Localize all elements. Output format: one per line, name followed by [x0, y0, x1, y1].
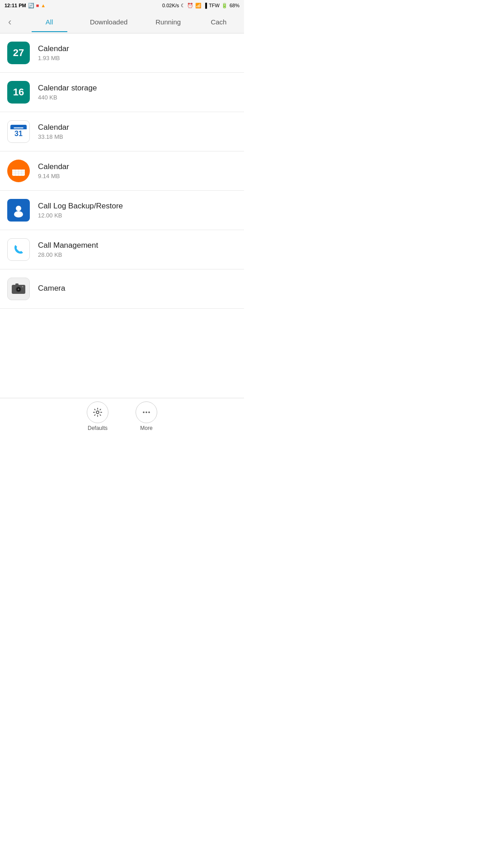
app-info: Call Management 28.00 KB — [38, 241, 237, 258]
more-icon-circle — [136, 401, 157, 423]
svg-point-21 — [148, 411, 150, 413]
status-left: 12:11 PM 🔄 ■ ▲ — [5, 3, 46, 9]
app-name: Call Log Backup/Restore — [38, 202, 237, 211]
game-icon2: ▲ — [41, 3, 46, 8]
defaults-label: Defaults — [88, 425, 108, 431]
list-item[interactable]: ▬▬▬ 31 Calendar 33.18 MB — [0, 112, 244, 151]
sync-icon: 🔄 — [28, 3, 34, 9]
app-info: Calendar 33.18 MB — [38, 123, 237, 140]
defaults-icon-circle — [87, 401, 108, 423]
defaults-button[interactable]: Defaults — [87, 401, 108, 431]
status-bar: 12:11 PM 🔄 ■ ▲ 0.02K/s ☾ ⏰ 📶 ▐ TFW 🔋 68% — [0, 0, 244, 11]
more-button[interactable]: More — [136, 401, 157, 431]
signal-icon: ▐ — [203, 3, 207, 8]
svg-point-10 — [16, 206, 21, 211]
bottom-bar: Defaults More — [0, 398, 244, 434]
app-name: Calendar storage — [38, 84, 237, 93]
app-info: Camera — [38, 284, 237, 294]
tab-downloaded[interactable]: Downloaded — [79, 12, 139, 32]
svg-rect-8 — [12, 165, 14, 167]
app-info: Calendar storage 440 KB — [38, 84, 237, 101]
app-name: Call Management — [38, 241, 237, 250]
moon-icon: ☾ — [181, 3, 185, 9]
svg-point-11 — [14, 211, 23, 217]
svg-rect-2 — [12, 168, 25, 170]
svg-point-18 — [96, 411, 99, 414]
carrier-label: TFW — [209, 3, 220, 8]
app-icon-calendar-orange — [7, 160, 30, 182]
battery-percent: 68% — [230, 3, 239, 8]
app-info: Calendar 9.14 MB — [38, 162, 237, 179]
list-item[interactable]: 27 Calendar 1.93 MB — [0, 33, 244, 73]
list-item[interactable]: Camera — [0, 269, 244, 309]
game-icon1: ■ — [36, 3, 39, 8]
list-item[interactable]: Call Log Backup/Restore 12.00 KB — [0, 191, 244, 230]
tab-all[interactable]: All — [19, 12, 79, 32]
more-label: More — [140, 425, 152, 431]
app-size: 440 KB — [38, 94, 237, 101]
tab-running[interactable]: Running — [138, 12, 198, 32]
svg-point-20 — [145, 411, 147, 413]
app-size: 9.14 MB — [38, 173, 237, 179]
tab-cached[interactable]: Cach — [198, 12, 239, 32]
app-icon-camera — [7, 278, 30, 300]
app-size: 28.00 KB — [38, 251, 237, 258]
alarm-icon: ⏰ — [187, 3, 193, 9]
app-size: 12.00 KB — [38, 212, 237, 219]
app-name: Calendar — [38, 44, 237, 53]
app-icon-call-log — [7, 199, 30, 222]
svg-rect-9 — [23, 165, 25, 167]
app-list: 27 Calendar 1.93 MB 16 Calendar storage … — [0, 33, 244, 398]
status-right: 0.02K/s ☾ ⏰ 📶 ▐ TFW 🔋 68% — [162, 3, 239, 9]
app-icon-calendar-27: 27 — [7, 42, 30, 64]
svg-point-19 — [143, 411, 145, 413]
app-name: Camera — [38, 284, 237, 293]
app-info: Call Log Backup/Restore 12.00 KB — [38, 202, 237, 219]
network-speed: 0.02K/s — [162, 3, 179, 8]
app-size: 1.93 MB — [38, 55, 237, 61]
list-item[interactable]: 16 Calendar storage 440 KB — [0, 73, 244, 112]
svg-point-17 — [22, 286, 23, 288]
app-size: 33.18 MB — [38, 133, 237, 140]
svg-rect-16 — [15, 283, 19, 286]
app-info: Calendar 1.93 MB — [38, 44, 237, 61]
tab-bar: ‹ All Downloaded Running Cach — [0, 11, 244, 33]
battery-icon: 🔋 — [221, 3, 228, 9]
list-item[interactable]: Calendar 9.14 MB — [0, 151, 244, 191]
list-item[interactable]: Call Management 28.00 KB — [0, 230, 244, 269]
app-icon-calendar-31: ▬▬▬ 31 — [7, 120, 30, 143]
app-icon-calendar-storage: 16 — [7, 81, 30, 104]
app-icon-call-management — [7, 238, 30, 261]
svg-point-15 — [18, 288, 19, 290]
back-button[interactable]: ‹ — [5, 14, 15, 30]
status-time: 12:11 PM — [5, 3, 26, 8]
app-name: Calendar — [38, 123, 237, 132]
wifi-icon: 📶 — [195, 3, 202, 9]
app-name: Calendar — [38, 162, 237, 171]
